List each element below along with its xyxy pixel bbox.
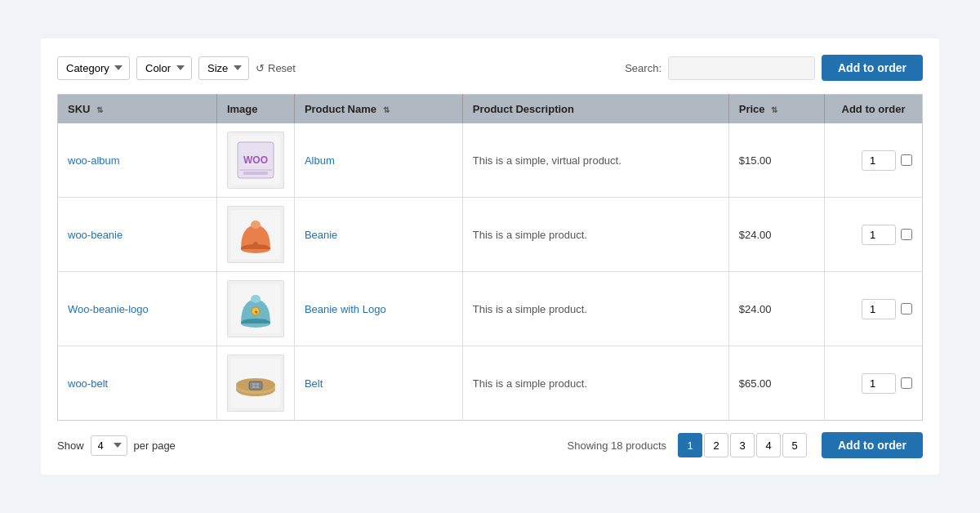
svg-point-11 (251, 295, 261, 303)
reset-icon: ↺ (256, 62, 265, 74)
cell-add-1 (825, 198, 923, 272)
product-image-0: WOO (227, 132, 284, 189)
qty-checkbox-group-3 (835, 373, 912, 394)
cell-image-2: ★ (216, 272, 294, 346)
reset-label: Reset (268, 62, 296, 74)
col-description: Product Description (462, 95, 728, 124)
cell-sku-0: woo-album (58, 123, 217, 198)
page-btn-3[interactable]: 3 (730, 433, 755, 457)
product-image-1 (227, 206, 284, 263)
page-btn-4[interactable]: 4 (756, 433, 781, 457)
page-btn-5[interactable]: 5 (782, 433, 807, 457)
cell-sku-2: Woo-beanie-logo (58, 272, 217, 346)
qty-input-1[interactable] (862, 225, 896, 245)
product-name-link-3[interactable]: Belt (305, 377, 323, 390)
qty-checkbox-group-1 (835, 225, 912, 245)
product-name-link-1[interactable]: Beanie (305, 229, 337, 241)
main-container: Category Color Size ↺ Reset Search: Add … (41, 38, 939, 475)
pagination: 12345 (678, 433, 807, 457)
product-image-3 (227, 355, 284, 412)
table-row: woo-beanie Beanie This is a simple produ… (58, 198, 923, 272)
cell-price-1: $24.00 (728, 198, 824, 272)
products-table: SKU ⇅ Image Product Name ⇅ Product Descr… (57, 94, 923, 421)
qty-input-3[interactable] (862, 373, 896, 394)
cell-description-0: This is a simple, virtual product. (462, 123, 728, 198)
cell-image-1 (216, 198, 294, 272)
cell-description-3: This is a simple product. (462, 346, 728, 421)
table-row: Woo-beanie-logo ★ Beanie with Logo This … (58, 272, 923, 346)
table-row: woo-album WOO Album This is a simple, vi… (58, 123, 923, 198)
qty-input-0[interactable] (862, 150, 896, 171)
cell-image-0: WOO (216, 123, 294, 198)
cell-description-1: This is a simple product. (462, 198, 728, 272)
qty-input-2[interactable] (862, 299, 896, 319)
cell-name-3: Belt (294, 346, 462, 421)
cell-image-3 (216, 346, 294, 421)
product-name-link-2[interactable]: Beanie with Logo (305, 303, 386, 315)
svg-text:★: ★ (253, 310, 257, 314)
search-input[interactable] (668, 56, 815, 80)
col-image: Image (216, 95, 294, 124)
col-sku: SKU ⇅ (58, 95, 217, 124)
qty-checkbox-group-2 (835, 299, 912, 319)
page-btn-1[interactable]: 1 (678, 433, 702, 457)
row-checkbox-2[interactable] (901, 303, 912, 314)
row-checkbox-0[interactable] (901, 154, 912, 166)
col-product-name: Product Name ⇅ (294, 95, 462, 124)
cell-price-3: $65.00 (728, 346, 824, 421)
table-header: SKU ⇅ Image Product Name ⇅ Product Descr… (58, 95, 923, 124)
toolbar: Category Color Size ↺ Reset Search: Add … (57, 55, 923, 81)
color-filter[interactable]: Color (136, 56, 192, 80)
sku-link-3[interactable]: woo-belt (68, 377, 108, 390)
sku-link-0[interactable]: woo-album (68, 154, 120, 167)
cell-price-0: $15.00 (728, 123, 824, 198)
search-label: Search: (625, 62, 662, 74)
sku-sort-icon[interactable]: ⇅ (96, 105, 105, 114)
page-btn-2[interactable]: 2 (704, 433, 728, 457)
cell-sku-3: woo-belt (58, 346, 217, 421)
cell-price-2: $24.00 (728, 272, 824, 346)
svg-text:WOO: WOO (243, 154, 268, 166)
showing-label: Showing 18 products (568, 439, 666, 452)
price-sort-icon[interactable]: ⇅ (771, 105, 779, 114)
sku-link-1[interactable]: woo-beanie (68, 229, 122, 241)
svg-point-7 (251, 221, 261, 229)
product-image-2: ★ (227, 280, 284, 337)
qty-checkbox-group-0 (835, 150, 912, 171)
name-sort-icon[interactable]: ⇅ (383, 105, 391, 114)
add-to-order-button-top[interactable]: Add to order (822, 55, 923, 81)
table-body: woo-album WOO Album This is a simple, vi… (58, 123, 923, 421)
row-checkbox-1[interactable] (901, 229, 912, 240)
svg-rect-4 (243, 172, 268, 175)
show-label: Show (57, 439, 84, 452)
cell-sku-1: woo-beanie (58, 198, 217, 272)
cell-description-2: This is a simple product. (462, 272, 728, 346)
cell-name-2: Beanie with Logo (294, 272, 462, 346)
col-price: Price ⇅ (728, 95, 824, 124)
cell-add-3 (825, 346, 923, 421)
svg-point-8 (253, 242, 258, 247)
footer: Show 4 8 12 per page Showing 18 products… (57, 432, 923, 458)
add-to-order-button-bottom[interactable]: Add to order (822, 432, 923, 458)
reset-button[interactable]: ↺ Reset (256, 62, 296, 74)
table-row: woo-belt Belt This is a simple product. … (58, 346, 923, 421)
per-page-select[interactable]: 4 8 12 (91, 435, 127, 456)
row-checkbox-3[interactable] (901, 377, 912, 389)
cell-add-0 (825, 123, 923, 198)
cell-name-1: Beanie (294, 198, 462, 272)
sku-link-2[interactable]: Woo-beanie-logo (68, 303, 149, 315)
cell-add-2 (825, 272, 923, 346)
product-name-link-0[interactable]: Album (305, 154, 335, 167)
per-page-label: per page (134, 439, 176, 452)
size-filter[interactable]: Size (198, 56, 249, 80)
col-add-to-order: Add to order (825, 95, 923, 124)
cell-name-0: Album (294, 123, 462, 198)
category-filter[interactable]: Category (57, 56, 130, 80)
